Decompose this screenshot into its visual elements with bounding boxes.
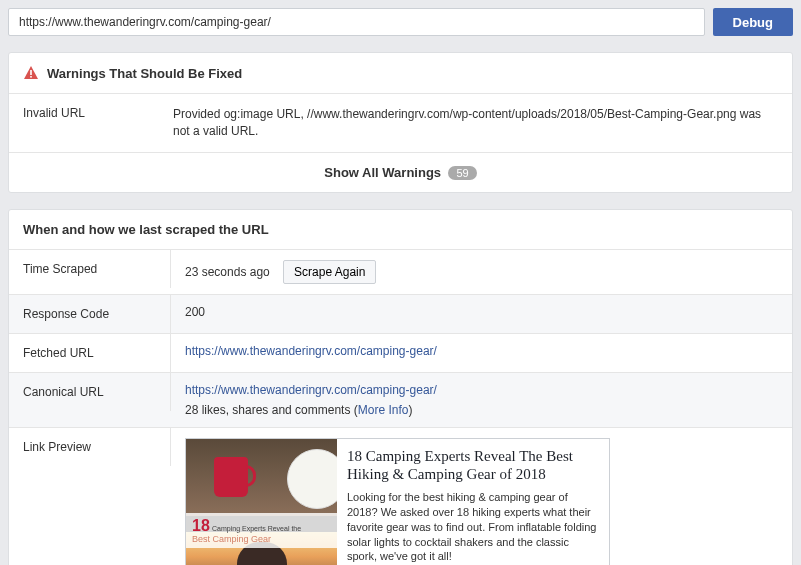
preview-body: 18 Camping Experts Reveal The Best Hikin…: [337, 439, 609, 565]
image-overlay-text: 18 Camping Experts Reveal the Best Campi…: [186, 513, 337, 548]
show-all-warnings[interactable]: Show All Warnings 59: [9, 153, 792, 192]
mug-icon: [214, 457, 248, 497]
preview-description: Looking for the best hiking & camping ge…: [347, 490, 599, 565]
warnings-count-badge: 59: [448, 166, 476, 180]
debug-button[interactable]: Debug: [713, 8, 793, 36]
preview-title: 18 Camping Experts Reveal The Best Hikin…: [347, 447, 599, 485]
link-preview-card[interactable]: 18 Camping Experts Reveal the Best Campi…: [185, 438, 610, 565]
scrape-panel: When and how we last scraped the URL Tim…: [8, 209, 793, 565]
row-canonical-url: Canonical URL https://www.thewanderingrv…: [9, 373, 792, 428]
scrape-header: When and how we last scraped the URL: [9, 210, 792, 250]
overlay-rest: Camping Experts Reveal the: [212, 525, 301, 532]
label-canonical-url: Canonical URL: [9, 373, 171, 411]
show-all-label: Show All Warnings: [324, 165, 441, 180]
warning-label: Invalid URL: [23, 106, 173, 140]
paren-close: ): [408, 403, 412, 417]
value-canonical-url: https://www.thewanderingrv.com/camping-g…: [171, 373, 792, 427]
warnings-title: Warnings That Should Be Fixed: [47, 66, 242, 81]
warnings-panel: Warnings That Should Be Fixed Invalid UR…: [8, 52, 793, 193]
row-time-scraped: Time Scraped 23 seconds ago Scrape Again: [9, 250, 792, 295]
value-response-code: 200: [171, 295, 792, 329]
label-link-preview: Link Preview: [9, 428, 171, 466]
social-counts: 28 likes, shares and comments (: [185, 403, 358, 417]
warnings-header: Warnings That Should Be Fixed: [9, 53, 792, 94]
canonical-sub: 28 likes, shares and comments (More Info…: [185, 403, 778, 417]
scrape-again-button[interactable]: Scrape Again: [283, 260, 376, 284]
value-fetched-url: https://www.thewanderingrv.com/camping-g…: [171, 334, 792, 368]
warning-message: Provided og:image URL, //www.thewanderin…: [173, 106, 778, 140]
label-fetched-url: Fetched URL: [9, 334, 171, 372]
label-time-scraped: Time Scraped: [9, 250, 171, 288]
warning-icon: [23, 65, 39, 81]
value-time-scraped: 23 seconds ago Scrape Again: [171, 250, 792, 294]
value-link-preview: 18 Camping Experts Reveal the Best Campi…: [171, 428, 792, 565]
top-bar: Debug: [8, 8, 793, 36]
scrape-title: When and how we last scraped the URL: [23, 222, 269, 237]
row-fetched-url: Fetched URL https://www.thewanderingrv.c…: [9, 334, 792, 373]
overlay-number: 18: [192, 517, 210, 534]
row-response-code: Response Code 200: [9, 295, 792, 334]
warning-row: Invalid URL Provided og:image URL, //www…: [9, 94, 792, 153]
svg-rect-1: [30, 76, 32, 78]
fetched-url-link[interactable]: https://www.thewanderingrv.com/camping-g…: [185, 344, 437, 358]
overlay-bcg: Best Camping Gear: [192, 534, 271, 544]
more-info-link[interactable]: More Info: [358, 403, 409, 417]
canonical-url-link[interactable]: https://www.thewanderingrv.com/camping-g…: [185, 383, 437, 397]
preview-image: 18 Camping Experts Reveal the Best Campi…: [186, 439, 337, 565]
svg-rect-0: [30, 70, 32, 75]
row-link-preview: Link Preview 18 Camping Experts Reveal t…: [9, 428, 792, 565]
url-input[interactable]: [8, 8, 705, 36]
label-response-code: Response Code: [9, 295, 171, 333]
time-scraped-text: 23 seconds ago: [185, 265, 270, 279]
